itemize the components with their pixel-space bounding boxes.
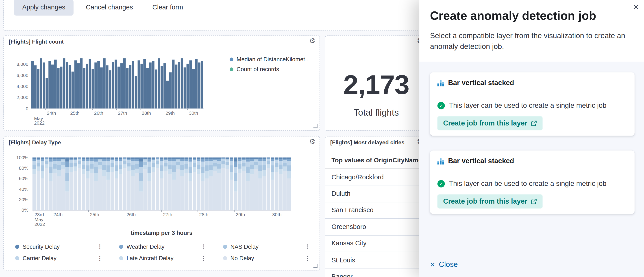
flight-count-bar [129,65,132,108]
delay-bar [221,158,225,210]
close-icon[interactable]: ✕ [633,4,639,11]
vertical-dots-icon[interactable]: ⋮ [97,255,103,261]
delay-bar [205,158,208,210]
vertical-dots-icon[interactable]: ⋮ [201,255,207,261]
delay-bar [36,158,40,210]
delay-bar [143,158,147,210]
check-circle-icon: ✓ [438,102,445,109]
flight-count-bar [86,64,88,108]
y-tick-label: 60% [7,176,28,181]
x-tick-label: 29th [166,111,175,116]
x-tick-mark [45,109,46,110]
flight-count-bar [155,70,158,108]
flight-count-bar [192,69,195,108]
delay-bar [180,158,184,210]
flyout-close-button[interactable]: ✕ Close [430,260,458,269]
legend-dot [15,245,19,249]
delay-bar [98,158,102,210]
delay-bar [275,158,278,210]
table-row: St Louis [325,252,427,269]
legend-dot [119,256,123,260]
x-tick-mark [68,109,69,110]
table-header[interactable]: Top values of OriginCityName [325,152,427,169]
legend-dot [223,256,227,260]
screen: Apply changes Cancel changes Clear form … [0,0,644,277]
legend-item[interactable]: Late Aircraft Delay⋮ [119,254,223,262]
delay-bar [266,158,270,210]
legend-label: Median of DistanceKilomet... [236,56,310,62]
legend-item[interactable]: Median of DistanceKilomet... [230,56,310,62]
bar-chart-icon [438,158,444,164]
panel-delayed-cities: [Flights] Most delayed cities ⚙ Top valu… [325,136,428,277]
flight-count-bar [80,59,82,109]
vertical-dots-icon[interactable]: ⋮ [97,243,103,250]
table-row: Greensboro [325,219,427,235]
flight-count-bar [132,62,134,109]
delay-bar [49,158,52,210]
delay-bar [238,158,242,210]
flight-count-bar [184,67,186,109]
panel-total-flights: ⚙ 2,173 Total flights [325,36,428,131]
delay-bar [230,158,233,210]
cities-table: Top values of OriginCityName Chicago/Roc… [325,152,427,277]
delay-bar [148,158,151,210]
x-tick-label: May2022 [34,116,44,125]
cancel-changes-button[interactable]: Cancel changes [82,0,137,16]
x-tick-label: 27th [118,111,127,116]
delay-bar [45,158,48,210]
delay-bar [279,158,282,210]
layer-card: Bar vertical stacked ✓ This layer can be… [430,150,634,214]
delay-bar [127,158,130,210]
vertical-dots-icon[interactable]: ⋮ [201,243,207,250]
flight-count-bar [123,59,126,109]
create-job-button[interactable]: Create job from this layer [438,116,543,130]
create-job-button[interactable]: Create job from this layer [438,194,543,208]
legend-item[interactable]: No Delay⋮ [223,254,327,262]
delay-bar [262,158,266,210]
flight-count-bar [68,65,71,108]
flight-count-bar [51,64,54,109]
x-tick-mark [164,109,164,110]
flight-count-bar [189,60,192,109]
create-job-label: Create job from this layer [443,119,528,128]
y-tick-label: 40% [7,186,28,191]
delay-bar [102,158,106,210]
flight-count-bar [46,78,48,109]
legend-label: Security Delay [23,243,60,250]
delay-bar [110,158,114,210]
x-axis-line [31,109,204,109]
layer-card: Bar vertical stacked ✓ This layer can be… [430,72,634,136]
legend-item[interactable]: Weather Delay⋮ [119,243,223,251]
vertical-dots-icon[interactable]: ⋮ [305,255,310,261]
flight-count-bar [149,63,152,109]
table-rows: Chicago/RockfordDuluthSan FranciscoGreen… [325,169,427,277]
compatibility-row: ✓ This layer can be used to create a sin… [438,180,627,188]
delay-bar [234,158,237,210]
x-tick-label: 29th [236,212,245,217]
flight-count-bar [57,69,60,109]
resize-handle-icon[interactable] [314,264,318,268]
resize-handle-icon[interactable] [314,124,318,128]
x-tick-mark [52,210,52,212]
clear-form-button[interactable]: Clear form [148,0,187,16]
delay-bar [184,158,188,210]
legend-item[interactable]: Security Delay⋮ [15,243,119,251]
delay-bar [40,158,44,210]
legend-item[interactable]: NAS Delay⋮ [223,243,327,251]
legend-item[interactable]: Carrier Delay⋮ [15,254,119,262]
compatibility-text: This layer can be used to create a singl… [449,180,606,188]
gear-icon[interactable]: ⚙ [309,38,316,45]
close-icon: ✕ [430,261,435,268]
flight-count-bar [66,62,68,108]
apply-changes-button[interactable]: Apply changes [14,0,74,16]
flyout-body: Bar vertical stacked ✓ This layer can be… [419,62,644,277]
vertical-dots-icon[interactable]: ⋮ [305,243,310,250]
flight-count-bar [118,67,120,108]
legend-item[interactable]: Count of records [230,66,279,72]
delay-bar [250,158,254,210]
flight-count-bar [94,63,97,109]
gear-icon[interactable]: ⚙ [309,138,316,145]
y-tick-label: 80% [7,165,28,170]
x-tick-label: 26th [94,111,103,116]
delay-bars [32,158,291,210]
